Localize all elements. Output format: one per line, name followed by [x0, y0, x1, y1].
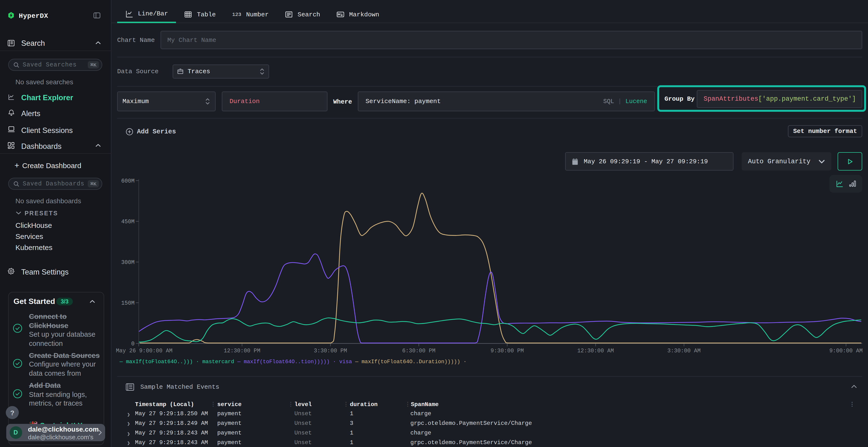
svg-text:9:00:00 AM: 9:00:00 AM: [830, 348, 863, 354]
svg-text:3:30:00 AM: 3:30:00 AM: [668, 348, 701, 354]
svg-text:150M: 150M: [121, 300, 134, 306]
svg-text:600M: 600M: [121, 178, 134, 184]
svg-text:6:30:00 PM: 6:30:00 PM: [402, 348, 435, 354]
svg-text:0: 0: [131, 341, 134, 347]
svg-text:May 26 9:00:00 AM: May 26 9:00:00 AM: [116, 348, 173, 354]
svg-text:12:30:00 AM: 12:30:00 AM: [577, 348, 614, 354]
svg-text:3:30:00 PM: 3:30:00 PM: [314, 348, 347, 354]
svg-text:9:30:00 PM: 9:30:00 PM: [491, 348, 524, 354]
svg-text:12:30:00 PM: 12:30:00 PM: [224, 348, 260, 354]
svg-text:300M: 300M: [121, 260, 134, 266]
svg-text:450M: 450M: [121, 219, 134, 225]
